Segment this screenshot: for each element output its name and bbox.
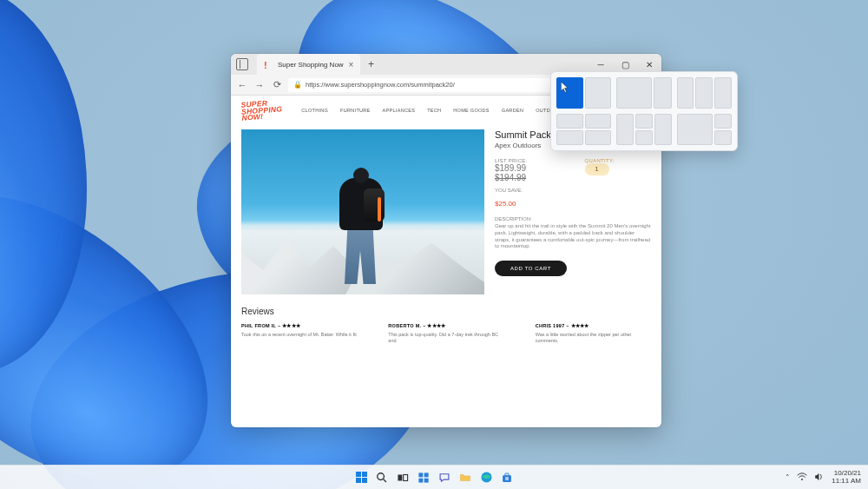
you-save-value: $25.00 [495,200,651,208]
tab-close-button[interactable]: × [349,60,354,69]
product-description: Gear up and hit the trail in style with … [495,223,651,250]
tab-actions-icon [236,58,248,70]
snap-region[interactable] [556,130,583,145]
snap-region[interactable] [654,114,672,145]
snap-layout-wide-stack[interactable] [677,114,732,145]
back-button[interactable]: ← [236,80,248,90]
cursor-icon [561,82,569,94]
new-tab-button[interactable]: + [362,58,379,70]
store-button[interactable] [500,471,514,485]
reviews-section: Reviews PHIL FROM IL – ★★★★ Took this on… [241,307,651,344]
snap-region[interactable] [616,114,634,145]
svg-rect-4 [418,472,423,477]
snap-region[interactable] [714,77,732,109]
edge-button[interactable] [479,471,493,485]
snap-region[interactable] [585,130,612,145]
svg-rect-6 [418,478,423,482]
snap-region[interactable] [556,114,583,129]
snap-layout-quad[interactable] [556,114,611,145]
taskbar-time: 11:11 AM [832,478,861,486]
add-to-cart-button[interactable]: ADD TO CART [495,261,567,276]
search-button[interactable] [375,471,389,485]
svg-point-15 [801,479,803,480]
svg-rect-3 [404,474,408,480]
snap-layouts-flyout [550,71,738,151]
edge-icon [480,471,493,484]
widgets-icon [418,472,430,484]
svg-rect-13 [505,479,507,480]
tab-actions-button[interactable] [231,58,253,70]
svg-rect-11 [505,477,507,479]
svg-rect-7 [424,478,429,482]
lock-icon: 🔒 [293,81,302,89]
svg-rect-5 [424,472,429,477]
svg-rect-14 [507,479,509,480]
tray-overflow-button[interactable]: ˄ [786,473,790,482]
svg-rect-2 [398,474,402,480]
svg-point-0 [378,472,385,479]
nav-item[interactable]: TECH [427,108,441,113]
start-button[interactable] [354,471,368,485]
snap-region[interactable] [585,77,612,109]
snap-region[interactable] [654,77,671,109]
compare-price: $194.99 [495,173,564,182]
refresh-button[interactable]: ⟳ [271,79,283,90]
svg-rect-12 [507,477,509,479]
snap-region[interactable] [635,130,653,145]
quantity-selector[interactable]: 1 [585,163,609,175]
taskbar-clock[interactable]: 10/20/21 11:11 AM [832,470,861,486]
product-image [241,129,484,294]
windows-logo-icon [356,472,367,483]
tab-title: Super Shopping Now [278,61,344,69]
snap-region[interactable] [677,114,713,145]
reviews-header: Reviews [241,307,651,316]
snap-region[interactable] [677,77,694,109]
nav-item[interactable]: GARDEN [502,108,523,113]
store-icon [501,472,513,484]
search-icon [376,472,388,484]
quantity-value: 1 [595,165,598,173]
folder-icon [459,472,471,484]
browser-tab[interactable]: ! Super Shopping Now × [257,54,360,75]
svg-line-1 [384,479,386,481]
snap-layout-3col[interactable] [677,77,732,109]
chat-icon [438,472,450,484]
snap-layout-3-2[interactable] [616,114,671,145]
nav-item[interactable]: APPLIANCES [383,108,416,113]
task-view-button[interactable] [396,471,410,485]
review-item: ROBERTO M. – ★★★★ This pack is top-quali… [388,323,503,344]
snap-layout-wide-narrow[interactable] [616,77,671,109]
snap-region[interactable] [616,77,652,109]
snap-layout-2col[interactable] [556,77,611,109]
file-explorer-button[interactable] [458,471,472,485]
snap-region[interactable] [635,114,653,129]
snap-region[interactable] [695,77,713,109]
task-view-icon [397,472,409,484]
snap-region[interactable] [714,130,732,145]
snap-region[interactable] [714,114,732,129]
list-price: $189.99 [495,163,564,173]
wifi-icon[interactable] [797,472,807,483]
quantity-label: QUANTITY: [585,158,651,163]
widgets-button[interactable] [417,471,431,485]
nav-item[interactable]: FURNITURE [340,108,370,113]
svg-rect-10 [505,473,509,476]
forward-button[interactable]: → [253,80,266,90]
review-item: PHIL FROM IL – ★★★★ Took this on a recen… [241,323,357,344]
snap-region[interactable] [585,114,612,129]
tab-favicon: ! [264,60,273,69]
nav-item[interactable]: CLOTHING [301,108,328,113]
description-label: DESCRIPTION: [495,216,651,221]
taskbar: ˄ 10/20/21 11:11 AM [0,465,868,489]
site-logo[interactable]: SUPER SHOPPING NOW! [240,99,283,122]
snap-region[interactable] [556,77,583,109]
review-item: CHRIS 1997 – ★★★★ Was a little worried a… [536,323,651,344]
site-nav: CLOTHING FURNITURE APPLIANCES TECH HOME … [301,108,562,113]
volume-icon[interactable] [814,472,825,483]
product-details: Summit Pack 20 – Men's Apex Outdoors LIS… [495,129,651,294]
chat-button[interactable] [437,471,451,485]
nav-item[interactable]: HOME GOODS [453,108,490,113]
you-save-label: YOU SAVE: [495,188,651,193]
url-text: https://www.supershoppingnow.com/summitp… [306,81,455,89]
